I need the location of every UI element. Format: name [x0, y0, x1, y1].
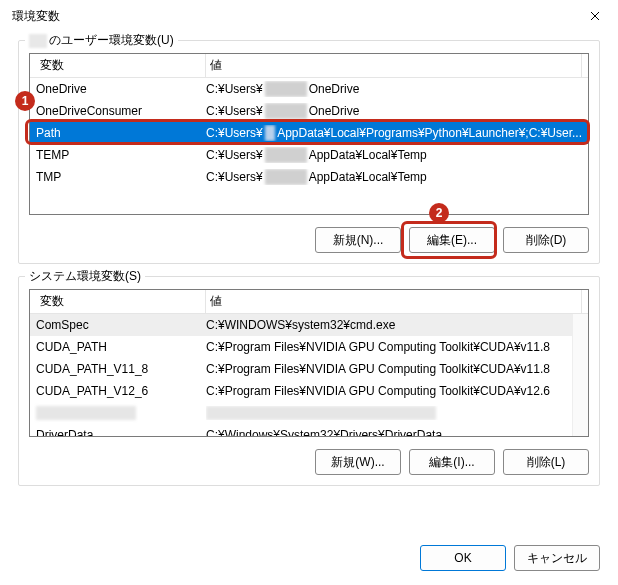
- var-value: C:¥Program Files¥NVIDIA GPU Computing To…: [206, 340, 582, 354]
- system-vars-list[interactable]: 変数 値 ComSpec C:¥WINDOWS¥system32¥cmd.exe…: [29, 289, 589, 437]
- system-new-button[interactable]: 新規(W)...: [315, 449, 401, 475]
- scrollbar[interactable]: [572, 314, 588, 436]
- close-icon: [590, 11, 600, 21]
- window-title: 環境変数: [12, 8, 60, 25]
- var-value: C:¥Users¥AppData¥Local¥Temp: [206, 147, 582, 163]
- user-delete-button[interactable]: 削除(D): [503, 227, 589, 253]
- list-row[interactable]: CUDA_PATH C:¥Program Files¥NVIDIA GPU Co…: [30, 336, 588, 358]
- var-name: TMP: [36, 170, 206, 184]
- user-edit-button[interactable]: 編集(E)...: [409, 227, 495, 253]
- var-name: DriverData: [36, 428, 206, 437]
- var-value: C:¥Program Files¥NVIDIA GPU Computing To…: [206, 384, 582, 398]
- var-name: OneDriveConsumer: [36, 104, 206, 118]
- var-value: C:¥Program Files¥NVIDIA GPU Computing To…: [206, 362, 582, 376]
- var-name: CUDA_PATH: [36, 340, 206, 354]
- list-row[interactable]: OneDriveConsumer C:¥Users¥OneDrive: [30, 100, 588, 122]
- var-value: C:¥WINDOWS¥system32¥cmd.exe: [206, 318, 582, 332]
- list-row[interactable]: TMP C:¥Users¥AppData¥Local¥Temp: [30, 166, 588, 188]
- col-value[interactable]: 値: [206, 54, 582, 77]
- var-name: TEMP: [36, 148, 206, 162]
- var-name: ComSpec: [36, 318, 206, 332]
- var-value: C:¥Users¥AppData¥Local¥Temp: [206, 169, 582, 185]
- system-vars-group: システム環境変数(S) 変数 値 ComSpec C:¥WINDOWS¥syst…: [18, 276, 600, 486]
- col-variable[interactable]: 変数: [36, 290, 206, 313]
- var-name: OneDrive: [36, 82, 206, 96]
- list-header: 変数 値: [30, 290, 588, 314]
- user-new-button[interactable]: 新規(N)...: [315, 227, 401, 253]
- dialog-footer: OK キャンセル: [420, 545, 600, 571]
- col-variable[interactable]: 変数: [36, 54, 206, 77]
- col-value[interactable]: 値: [206, 290, 582, 313]
- ok-button[interactable]: OK: [420, 545, 506, 571]
- list-row[interactable]: TEMP C:¥Users¥AppData¥Local¥Temp: [30, 144, 588, 166]
- var-value: [206, 406, 582, 420]
- list-row[interactable]: OneDrive C:¥Users¥OneDrive: [30, 78, 588, 100]
- system-group-legend: システム環境変数(S): [25, 268, 145, 285]
- list-header: 変数 値: [30, 54, 588, 78]
- list-row[interactable]: CUDA_PATH_V12_6 C:¥Program Files¥NVIDIA …: [30, 380, 588, 402]
- var-name: [36, 406, 206, 420]
- list-row-path[interactable]: Path C:¥Users¥AppData¥Local¥Programs¥Pyt…: [30, 122, 588, 144]
- list-row[interactable]: ComSpec C:¥WINDOWS¥system32¥cmd.exe: [30, 314, 588, 336]
- callout-1: 1: [15, 91, 35, 111]
- system-group-label: システム環境変数(S): [29, 268, 141, 285]
- list-row-redacted[interactable]: [30, 402, 588, 424]
- var-name: Path: [36, 126, 206, 140]
- system-button-row: 新規(W)... 編集(I)... 削除(L): [29, 449, 589, 475]
- var-name: CUDA_PATH_V11_8: [36, 362, 206, 376]
- redacted-username: [29, 34, 47, 48]
- user-group-label: のユーザー環境変数(U): [49, 32, 174, 49]
- cancel-button[interactable]: キャンセル: [514, 545, 600, 571]
- list-row[interactable]: DriverData C:¥Windows¥System32¥Drivers¥D…: [30, 424, 588, 437]
- system-delete-button[interactable]: 削除(L): [503, 449, 589, 475]
- var-value: C:¥Users¥AppData¥Local¥Programs¥Python¥L…: [206, 125, 582, 141]
- user-group-legend: のユーザー環境変数(U): [25, 32, 178, 49]
- var-value: C:¥Users¥OneDrive: [206, 81, 582, 97]
- callout-2: 2: [429, 203, 449, 223]
- close-button[interactable]: [572, 0, 618, 32]
- var-value: C:¥Windows¥System32¥Drivers¥DriverData: [206, 428, 582, 437]
- var-value: C:¥Users¥OneDrive: [206, 103, 582, 119]
- titlebar: 環境変数: [0, 0, 618, 32]
- list-row[interactable]: CUDA_PATH_V11_8 C:¥Program Files¥NVIDIA …: [30, 358, 588, 380]
- user-button-row: 新規(N)... 編集(E)... 削除(D): [29, 227, 589, 253]
- system-edit-button[interactable]: 編集(I)...: [409, 449, 495, 475]
- var-name: CUDA_PATH_V12_6: [36, 384, 206, 398]
- user-vars-group: のユーザー環境変数(U) 変数 値 OneDrive C:¥Users¥OneD…: [18, 40, 600, 264]
- user-vars-list[interactable]: 変数 値 OneDrive C:¥Users¥OneDrive OneDrive…: [29, 53, 589, 215]
